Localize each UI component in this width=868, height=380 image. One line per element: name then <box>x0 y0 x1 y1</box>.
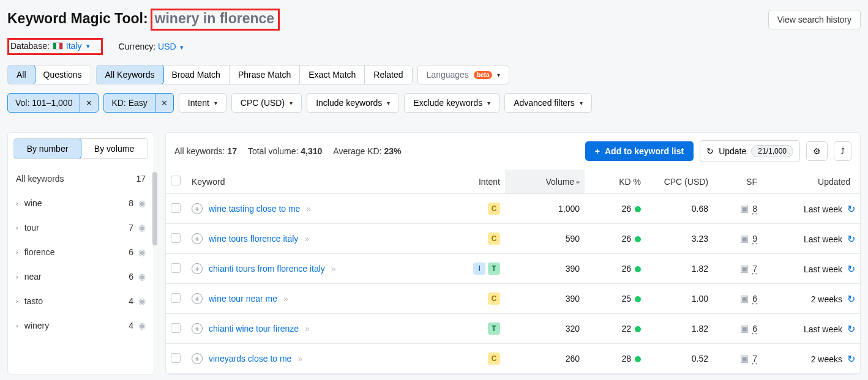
filter-all-button[interactable]: All <box>7 65 36 84</box>
sidebar-item[interactable]: ›florence 6◉ <box>13 240 148 264</box>
sidebar-all-label: All keywords <box>16 174 64 184</box>
column-keyword[interactable]: Keyword <box>187 170 456 194</box>
serp-features-icon[interactable]: ▣ <box>740 203 749 214</box>
sf-value[interactable]: 7 <box>752 264 757 274</box>
expand-icon[interactable]: » <box>305 324 308 333</box>
refresh-row-icon[interactable]: ↻ <box>847 323 855 335</box>
cpc-filter-button[interactable]: CPC (USD)▾ <box>231 93 302 113</box>
sidebar-item[interactable]: ›wine 8◉ <box>13 191 148 215</box>
serp-features-icon[interactable]: ▣ <box>740 323 749 333</box>
eye-icon[interactable]: ◉ <box>138 247 146 257</box>
exclude-keywords-button[interactable]: Exclude keywords▾ <box>404 93 499 113</box>
eye-icon[interactable]: ◉ <box>138 223 146 233</box>
keyword-link[interactable]: wine tasting close to me <box>209 204 300 214</box>
filter-phrase-match-button[interactable]: Phrase Match <box>230 65 300 84</box>
remove-kd-chip-button[interactable]: ✕ <box>155 94 173 112</box>
kd-value: 28 <box>621 354 631 363</box>
advanced-filters-button[interactable]: Advanced filters▾ <box>504 93 592 113</box>
sf-value[interactable]: 6 <box>752 294 757 304</box>
row-checkbox[interactable] <box>171 323 181 333</box>
row-checkbox[interactable] <box>171 353 181 363</box>
sf-value[interactable]: 7 <box>752 354 757 363</box>
update-count-badge: 21/1,000 <box>751 145 793 157</box>
filter-all-keywords-button[interactable]: All Keywords <box>96 65 164 84</box>
settings-button[interactable]: ⚙ <box>806 141 828 161</box>
sf-value[interactable]: 8 <box>752 204 757 214</box>
volume-filter-chip: Vol: 101–1,000 ✕ <box>7 93 99 113</box>
eye-icon[interactable]: ◉ <box>138 296 146 306</box>
currency-selector[interactable]: Currency: USD ▾ <box>119 42 184 51</box>
database-selector[interactable]: Database: Italy ▾ <box>7 38 103 55</box>
row-checkbox[interactable] <box>171 233 181 243</box>
serp-features-icon[interactable]: ▣ <box>740 353 749 363</box>
volume-value: 390 <box>505 284 585 314</box>
sidebar-item[interactable]: ›winery 4◉ <box>13 313 148 338</box>
select-all-checkbox[interactable] <box>171 176 181 185</box>
keyword-link[interactable]: wine tours florence italy <box>209 234 298 244</box>
intent-badge-C: C <box>488 352 500 365</box>
refresh-row-icon[interactable]: ↻ <box>847 203 855 215</box>
expand-icon[interactable]: » <box>331 264 334 274</box>
serp-features-icon[interactable]: ▣ <box>740 233 749 244</box>
refresh-row-icon[interactable]: ↻ <box>847 263 855 275</box>
remove-volume-chip-button[interactable]: ✕ <box>80 94 98 112</box>
sort-by-number-button[interactable]: By number <box>13 138 81 159</box>
filter-exact-match-button[interactable]: Exact Match <box>300 65 365 84</box>
refresh-row-icon[interactable]: ↻ <box>847 293 855 305</box>
chevron-right-icon: › <box>16 224 18 231</box>
column-intent[interactable]: Intent <box>456 170 505 194</box>
expand-icon[interactable]: » <box>306 204 309 214</box>
keyword-link[interactable]: wine tour near me <box>209 294 277 304</box>
eye-icon[interactable]: ◉ <box>138 272 146 281</box>
kd-difficulty-dot <box>635 356 641 362</box>
intent-filter-button[interactable]: Intent▾ <box>179 93 226 113</box>
column-sf[interactable]: SF <box>713 170 762 194</box>
column-volume[interactable]: Volume≡ <box>505 170 585 194</box>
add-keyword-icon[interactable]: + <box>192 323 203 334</box>
add-keyword-icon[interactable]: + <box>192 293 203 304</box>
add-keyword-icon[interactable]: + <box>192 263 203 274</box>
include-keywords-button[interactable]: Include keywords▾ <box>307 93 399 113</box>
eye-icon[interactable]: ◉ <box>138 321 146 330</box>
keyword-link[interactable]: chianti wine tour firenze <box>209 324 299 333</box>
sidebar-scrollbar[interactable] <box>152 172 157 245</box>
view-search-history-button[interactable]: View search history <box>768 10 861 29</box>
add-keyword-icon[interactable]: + <box>192 353 203 364</box>
expand-icon[interactable]: » <box>297 354 301 363</box>
sort-by-volume-button[interactable]: By volume <box>81 139 148 158</box>
row-checkbox[interactable] <box>171 293 181 303</box>
update-button[interactable]: ↻ Update 21/1,000 <box>700 140 800 162</box>
sidebar-item[interactable]: ›tasto 4◉ <box>13 289 148 313</box>
refresh-icon: ↻ <box>706 146 714 156</box>
export-button[interactable]: ⤴ <box>834 141 851 161</box>
sidebar-item[interactable]: ›tour 7◉ <box>13 215 148 240</box>
sidebar-item[interactable]: ›near 6◉ <box>13 264 148 289</box>
filter-broad-match-button[interactable]: Broad Match <box>163 65 230 84</box>
sf-value[interactable]: 6 <box>752 324 757 333</box>
sf-value[interactable]: 9 <box>752 234 757 244</box>
column-cpc[interactable]: CPC (USD) <box>646 170 713 194</box>
add-keyword-icon[interactable]: + <box>192 203 203 214</box>
column-updated[interactable]: Updated <box>762 170 860 194</box>
sidebar-item-label: tasto <box>24 296 43 306</box>
add-keyword-icon[interactable]: + <box>192 233 203 244</box>
serp-features-icon[interactable]: ▣ <box>740 293 749 304</box>
serp-features-icon[interactable]: ▣ <box>740 263 749 274</box>
sidebar-all-keywords[interactable]: All keywords 17 <box>13 166 148 191</box>
keyword-link[interactable]: vineyards close to me <box>209 354 291 363</box>
expand-icon[interactable]: » <box>283 294 286 304</box>
eye-icon[interactable]: ◉ <box>138 198 146 208</box>
add-to-keyword-list-button[interactable]: + Add to keyword list <box>585 141 694 161</box>
filter-related-button[interactable]: Related <box>365 65 411 84</box>
filter-questions-button[interactable]: Questions <box>35 65 91 84</box>
languages-filter-button[interactable]: Languages beta ▾ <box>417 65 510 84</box>
row-checkbox[interactable] <box>171 263 181 273</box>
refresh-row-icon[interactable]: ↻ <box>847 233 855 245</box>
expand-icon[interactable]: » <box>304 234 307 244</box>
gear-icon: ⚙ <box>813 146 821 156</box>
keyword-link[interactable]: chianti tours from florence italy <box>209 264 325 274</box>
chevron-right-icon: › <box>16 248 18 256</box>
row-checkbox[interactable] <box>171 203 181 213</box>
column-kd[interactable]: KD % <box>585 170 646 194</box>
refresh-row-icon[interactable]: ↻ <box>847 353 855 365</box>
